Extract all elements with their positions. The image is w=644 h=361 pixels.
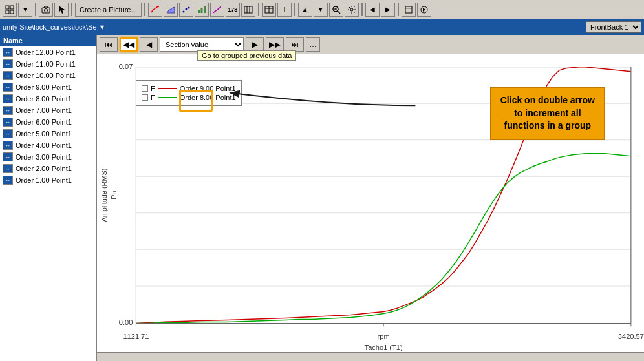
settings-icon[interactable] bbox=[345, 3, 359, 17]
svg-rect-2 bbox=[6, 10, 9, 14]
zoom-icon[interactable] bbox=[329, 3, 343, 17]
svg-text:1121.71: 1121.71 bbox=[123, 333, 149, 340]
grid2-icon[interactable] bbox=[241, 3, 255, 17]
grid-icon-btn[interactable] bbox=[3, 3, 17, 17]
svg-rect-3 bbox=[10, 10, 14, 14]
svg-marker-6 bbox=[167, 7, 175, 13]
area-chart-icon[interactable] bbox=[164, 3, 178, 17]
sidebar-header: Name bbox=[0, 35, 96, 46]
legend-f-label-order9: F bbox=[151, 85, 155, 92]
separator7 bbox=[398, 3, 399, 16]
bottom-scrollbar[interactable] bbox=[97, 352, 644, 361]
sidebar-item-order10[interactable]: ↔ Order 10.00 Point1 bbox=[0, 70, 96, 81]
legend-text-order8: Order 8.00 Point1 bbox=[180, 94, 236, 101]
svg-rect-11 bbox=[200, 8, 202, 13]
sidebar-item-order5[interactable]: ↔ Order 5.00 Point1 bbox=[0, 128, 96, 139]
down-arrow-icon[interactable]: ▼ bbox=[314, 3, 328, 17]
sidebar-item-label-order3: Order 3.00 Point1 bbox=[16, 153, 72, 161]
more-button[interactable]: … bbox=[306, 37, 320, 52]
content-area: ⏮ ◀◀ ◀ Section value ▶ ▶▶ ⏭ … Go to grou… bbox=[97, 35, 644, 361]
separator5 bbox=[294, 3, 295, 16]
svg-line-20 bbox=[338, 11, 340, 14]
separator1 bbox=[35, 3, 36, 16]
prev-button[interactable]: ◀ bbox=[140, 37, 158, 52]
sidebar-item-order6[interactable]: ↔ Order 6.00 Point1 bbox=[0, 116, 96, 128]
svg-point-5 bbox=[45, 8, 48, 12]
svg-rect-24 bbox=[405, 6, 412, 13]
sidebar-item-order1[interactable]: ↔ Order 1.00 Point1 bbox=[0, 174, 96, 186]
scatter-icon[interactable] bbox=[179, 3, 193, 17]
line-chart-icon[interactable] bbox=[148, 3, 162, 17]
info-icon[interactable]: i bbox=[277, 3, 292, 17]
legend-line-order8 bbox=[158, 97, 177, 98]
path-text[interactable]: unity Site\lock_curves\lock\Se ▼ bbox=[3, 23, 586, 31]
legend-checkbox-order9[interactable] bbox=[142, 85, 148, 92]
cursor-btn[interactable] bbox=[54, 3, 69, 17]
legend-item-order8: F Order 8.00 Point1 bbox=[142, 94, 236, 101]
first-button[interactable]: ⏮ bbox=[100, 37, 118, 52]
nav-bar: ⏮ ◀◀ ◀ Section value ▶ ▶▶ ⏭ … Go to grou… bbox=[97, 35, 644, 54]
order7-icon: ↔ bbox=[3, 106, 13, 115]
svg-rect-12 bbox=[204, 6, 206, 13]
next-group-button[interactable]: ▶▶ bbox=[266, 37, 284, 52]
svg-rect-1 bbox=[10, 6, 14, 9]
main-area: Name ↔ Order 12.00 Point1 ↔ Order 11.00 … bbox=[0, 35, 644, 361]
sidebar-item-label-order2: Order 2.00 Point1 bbox=[16, 165, 72, 172]
table-icon[interactable] bbox=[262, 3, 276, 17]
sidebar: Name ↔ Order 12.00 Point1 ↔ Order 11.00 … bbox=[0, 35, 97, 361]
order9-icon: ↔ bbox=[3, 83, 13, 92]
legend-item-order9: F Order 9.00 Point1 bbox=[142, 85, 236, 92]
separator2 bbox=[71, 3, 72, 16]
nav-next-icon[interactable]: ▶ bbox=[381, 3, 395, 17]
bar-chart-icon[interactable] bbox=[195, 3, 209, 17]
sidebar-item-order2[interactable]: ↔ Order 2.00 Point1 bbox=[0, 163, 96, 174]
sidebar-item-order3[interactable]: ↔ Order 3.00 Point1 bbox=[0, 151, 96, 163]
path-bar: unity Site\lock_curves\lock\Se ▼ FrontBa… bbox=[0, 19, 644, 35]
legend-checkbox-order8[interactable] bbox=[142, 94, 148, 101]
legend-text-order9: Order 9.00 Point1 bbox=[180, 85, 236, 92]
frontback-select[interactable]: FrontBack 1 bbox=[586, 21, 641, 33]
order1-icon: ↔ bbox=[3, 176, 13, 185]
order4-icon: ↔ bbox=[3, 141, 13, 150]
sidebar-item-order12[interactable]: ↔ Order 12.00 Point1 bbox=[0, 46, 96, 58]
svg-text:rpm: rpm bbox=[378, 333, 390, 340]
svg-text:Pa: Pa bbox=[110, 191, 118, 200]
waterfall-icon[interactable] bbox=[210, 3, 224, 17]
svg-point-23 bbox=[350, 8, 353, 11]
order-icon[interactable]: 178 bbox=[226, 3, 240, 17]
section-value-dropdown[interactable]: Section value bbox=[160, 37, 244, 52]
sidebar-item-label-order1: Order 1.00 Point1 bbox=[16, 176, 72, 184]
sidebar-item-order8[interactable]: ↔ Order 8.00 Point1 bbox=[0, 93, 96, 105]
svg-text:Amplitude (RMS): Amplitude (RMS) bbox=[100, 169, 108, 222]
svg-text:0.07: 0.07 bbox=[119, 63, 133, 70]
create-picture-button[interactable]: Create a Picture... bbox=[75, 3, 142, 17]
svg-rect-13 bbox=[244, 6, 252, 13]
up-arrow-icon[interactable]: ▲ bbox=[298, 3, 312, 17]
nav-prev-icon[interactable]: ◀ bbox=[365, 3, 380, 17]
svg-text:Tacho1 (T1): Tacho1 (T1) bbox=[365, 344, 403, 351]
svg-point-8 bbox=[185, 8, 187, 10]
dropdown-btn[interactable]: ▼ bbox=[18, 3, 32, 17]
sidebar-item-label-order10: Order 10.00 Point1 bbox=[16, 72, 76, 79]
prev-group-button[interactable]: ◀◀ bbox=[120, 37, 138, 52]
order5-icon: ↔ bbox=[3, 129, 13, 138]
sidebar-item-label-order7: Order 7.00 Point1 bbox=[16, 107, 72, 114]
sidebar-item-label-order5: Order 5.00 Point1 bbox=[16, 130, 72, 138]
last-button[interactable]: ⏭ bbox=[286, 37, 304, 52]
sidebar-item-order11[interactable]: ↔ Order 11.00 Point1 bbox=[0, 58, 96, 70]
order8-icon: ↔ bbox=[3, 94, 13, 103]
extra-btn2[interactable] bbox=[417, 3, 431, 17]
order6-icon: ↔ bbox=[3, 118, 13, 127]
chart-area[interactable]: 0.07 0.00 Amplitude (RMS) Pa 1121.71 rpm… bbox=[97, 54, 644, 352]
order12-icon: ↔ bbox=[3, 48, 13, 57]
sidebar-item-label-order12: Order 12.00 Point1 bbox=[16, 48, 76, 56]
separator3 bbox=[144, 3, 145, 16]
sidebar-item-order4[interactable]: ↔ Order 4.00 Point1 bbox=[0, 139, 96, 151]
svg-rect-0 bbox=[6, 6, 9, 9]
separator4 bbox=[258, 3, 259, 16]
sidebar-item-order7[interactable]: ↔ Order 7.00 Point1 bbox=[0, 105, 96, 116]
camera-btn[interactable] bbox=[39, 3, 53, 17]
extra-btn1[interactable] bbox=[402, 3, 416, 17]
sidebar-item-order9[interactable]: ↔ Order 9.00 Point1 bbox=[0, 81, 96, 93]
next-button[interactable]: ▶ bbox=[246, 37, 264, 52]
